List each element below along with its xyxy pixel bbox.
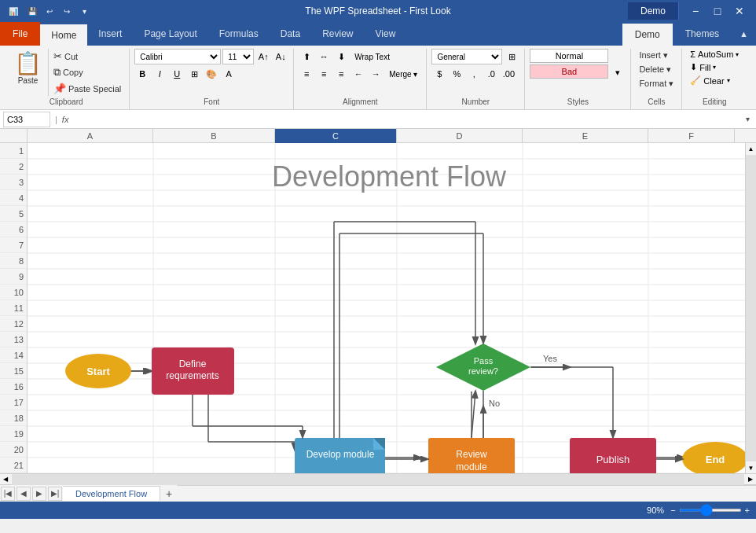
scroll-down-button[interactable]: ▼ [746, 462, 757, 473]
title-bar-left: 📊 💾 ↩ ↪ ▾ [6, 4, 91, 18]
add-sheet-button[interactable]: + [160, 485, 178, 502]
number-format-dropdown[interactable]: General [431, 49, 502, 64]
col-header-f[interactable]: F [648, 129, 735, 143]
cell-reference-box[interactable] [3, 112, 50, 127]
align-bottom-button[interactable]: ⬇ [333, 49, 349, 64]
autosum-button[interactable]: Σ AutoSum ▾ [687, 49, 742, 60]
font-group-label: Font [134, 96, 288, 106]
scroll-thumb[interactable] [746, 155, 757, 461]
rows-area: 1 2 3 4 5 6 7 8 9 10 11 12 13 14 15 16 1… [0, 143, 756, 473]
font-row1: Calibri 11 A↑ A↓ [134, 49, 288, 64]
decrease-font-button[interactable]: A↓ [273, 49, 288, 64]
scroll-right-button[interactable]: ▶ [745, 474, 756, 485]
tab-demo[interactable]: Demo [622, 22, 673, 46]
scroll-h-thumb[interactable] [12, 474, 744, 485]
next-sheet-button[interactable]: ▶ [32, 487, 46, 501]
italic-button[interactable]: I [152, 66, 167, 82]
zoom-slider[interactable] [679, 509, 742, 512]
font-size-dropdown[interactable]: 11 [222, 49, 254, 64]
row-num-5: 5 [0, 206, 27, 222]
style-normal[interactable]: Normal [530, 49, 608, 63]
minimize-button[interactable]: − [685, 3, 706, 19]
cut-button[interactable]: ✂ Cut [50, 49, 124, 64]
copy-button[interactable]: ⧉ Copy [50, 64, 124, 80]
underline-button[interactable]: U [169, 66, 185, 82]
row-num-2: 2 [0, 159, 27, 175]
style-bad[interactable]: Bad [530, 64, 608, 79]
customize-icon[interactable]: ▾ [77, 4, 91, 18]
fill-color-button[interactable]: 🎨 [204, 66, 219, 82]
number-expand-button[interactable]: ⊞ [504, 49, 519, 64]
sheet-tab-development-flow[interactable]: Development Flow [63, 486, 160, 501]
clear-button[interactable]: 🧹 Clear ▾ [687, 75, 742, 86]
col-header-d[interactable]: D [397, 129, 523, 143]
tab-themes[interactable]: Themes [673, 22, 732, 46]
styles-group: Normal Bad ▾ Styles [525, 49, 631, 109]
paste-special-button[interactable]: 📌 Paste Special [50, 81, 124, 96]
row-num-11: 11 [0, 300, 27, 316]
col-header-a[interactable]: A [28, 129, 153, 143]
ribbon-tab-bar: File Home Insert Page Layout Formulas Da… [0, 22, 756, 46]
row-num-4: 4 [0, 190, 27, 206]
align-right-button[interactable]: ≡ [333, 66, 349, 82]
col-header-e[interactable]: E [523, 129, 648, 143]
delete-button[interactable]: Delete ▾ [636, 63, 677, 76]
align-top-button[interactable]: ⬆ [299, 49, 314, 64]
tab-insert[interactable]: Insert [87, 22, 133, 46]
scroll-up-button[interactable]: ▲ [746, 143, 757, 154]
decrease-decimal-button[interactable]: .0 [483, 66, 499, 82]
tab-file[interactable]: File [0, 22, 40, 46]
tab-view[interactable]: View [365, 22, 407, 46]
tab-page-layout[interactable]: Page Layout [133, 22, 207, 46]
increase-decimal-button[interactable]: .00 [501, 66, 516, 82]
font-name-dropdown[interactable]: Calibri [134, 49, 221, 64]
font-color-button[interactable]: A [221, 66, 237, 82]
tab-review[interactable]: Review [311, 22, 364, 46]
vertical-scrollbar[interactable]: ▲ ▼ [745, 143, 756, 473]
zoom-in-icon[interactable]: + [745, 505, 750, 515]
format-button[interactable]: Format ▾ [636, 77, 677, 90]
currency-button[interactable]: $ [431, 66, 447, 82]
ribbon-collapse-button[interactable]: ▲ [732, 22, 756, 46]
align-middle-button[interactable]: ↔ [316, 49, 332, 64]
alignment-group-content: ⬆ ↔ ⬇ Wrap Text ≡ ≡ ≡ ← → Merge ▾ [299, 49, 421, 96]
prev-sheet-button[interactable]: ◀ [17, 487, 31, 501]
increase-font-button[interactable]: A↑ [255, 49, 271, 64]
border-button[interactable]: ⊞ [186, 66, 202, 82]
align-center-button[interactable]: ≡ [316, 66, 332, 82]
increase-indent-button[interactable]: → [368, 66, 384, 82]
maximize-button[interactable]: □ [707, 3, 728, 19]
flowchart-title: Development Flow [272, 160, 507, 193]
paste-button[interactable]: 📋 Paste [8, 49, 49, 96]
formula-expand-button[interactable]: ▾ [743, 115, 753, 123]
zoom-out-icon[interactable]: − [670, 505, 675, 515]
row-number-header-spacer [0, 129, 28, 142]
scroll-left-button[interactable]: ◀ [0, 474, 11, 485]
align-row1: ⬆ ↔ ⬇ Wrap Text [299, 49, 421, 64]
close-button[interactable]: ✕ [729, 3, 750, 19]
merge-center-button[interactable]: Merge ▾ [385, 66, 421, 82]
quick-access-toolbar: 💾 ↩ ↪ ▾ [25, 4, 91, 18]
wrap-text-button[interactable]: Wrap Text [350, 49, 394, 64]
fill-button[interactable]: ⬇ Fill ▾ [687, 61, 742, 73]
tab-home[interactable]: Home [40, 23, 87, 46]
decrease-indent-button[interactable]: ← [350, 66, 366, 82]
font-group: Calibri 11 A↑ A↓ B I U ⊞ 🎨 A [130, 49, 294, 109]
tab-data[interactable]: Data [270, 22, 311, 46]
percent-button[interactable]: % [449, 66, 464, 82]
col-header-c[interactable]: C [275, 129, 397, 143]
col-header-b[interactable]: B [153, 129, 275, 143]
styles-expand-button[interactable]: ▾ [610, 64, 626, 80]
insert-button[interactable]: Insert ▾ [636, 49, 677, 62]
undo-icon[interactable]: ↩ [42, 4, 57, 18]
comma-button[interactable]: , [466, 66, 482, 82]
align-left-button[interactable]: ≡ [299, 66, 314, 82]
save-icon[interactable]: 💾 [25, 4, 39, 18]
tab-formulas[interactable]: Formulas [208, 22, 270, 46]
last-sheet-button[interactable]: ▶| [48, 487, 62, 501]
insert-col: Insert ▾ Delete ▾ Format ▾ [636, 49, 677, 90]
redo-icon[interactable]: ↪ [60, 4, 74, 18]
bold-button[interactable]: B [134, 66, 150, 82]
first-sheet-button[interactable]: |◀ [1, 487, 15, 501]
formula-input[interactable] [72, 114, 739, 125]
